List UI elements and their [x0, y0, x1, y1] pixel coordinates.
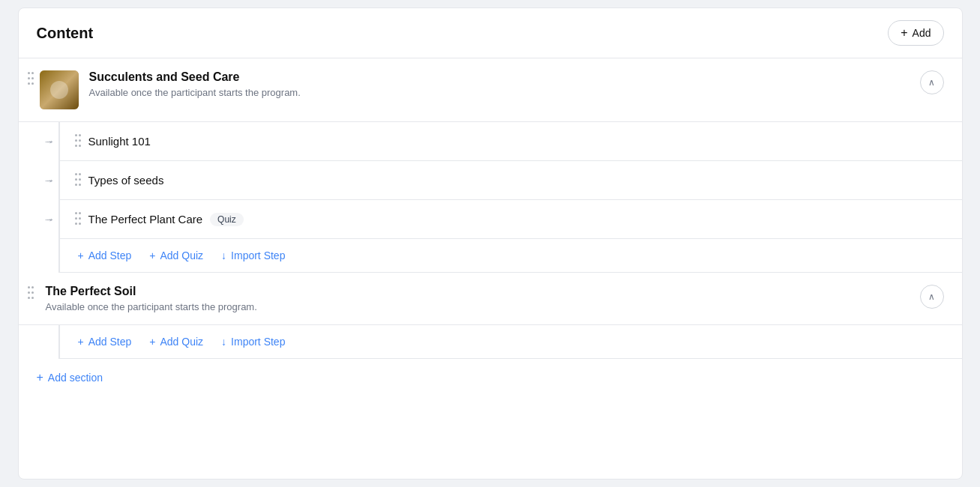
add-step-label-soil: Add Step: [88, 336, 132, 348]
steps-succulents: → Sunlight 101 →: [58, 122, 962, 273]
section-info-soil: The Perfect Soil Available once the part…: [46, 285, 920, 312]
drag-handle-succulents[interactable]: [28, 70, 34, 86]
drag-handle-step2[interactable]: [75, 173, 81, 187]
drag-handle-step1[interactable]: [75, 134, 81, 148]
page-title: Content: [37, 25, 94, 42]
import-step-button-soil[interactable]: ↓ Import Step: [221, 336, 285, 348]
section-row-soil: The Perfect Soil Available once the part…: [19, 273, 962, 325]
add-quiz-label: Add Quiz: [160, 249, 203, 261]
plus-icon: +: [37, 371, 43, 384]
add-button[interactable]: + Add: [888, 20, 943, 46]
plus-icon: +: [78, 336, 84, 348]
add-section-row: + Add section: [19, 359, 962, 396]
add-section-label: Add section: [48, 372, 103, 384]
quiz-badge: Quiz: [210, 213, 244, 226]
action-bar-succulents: + Add Step + Add Quiz ↓ Import Step: [60, 239, 962, 273]
section-meta-soil: Available once the participant starts th…: [46, 301, 920, 312]
add-quiz-button-soil[interactable]: + Add Quiz: [149, 336, 203, 348]
section-soil: The Perfect Soil Available once the part…: [19, 273, 962, 359]
arrow-icon-2: →: [45, 175, 55, 186]
arrow-icon-1: →: [45, 136, 55, 147]
plus-icon: +: [901, 26, 907, 40]
section-thumbnail-succulents: [40, 70, 79, 109]
drag-handle-soil[interactable]: [28, 285, 34, 300]
table-row: → Types of seeds: [60, 161, 962, 200]
section-name-soil: The Perfect Soil: [46, 285, 920, 298]
section-row-succulents: Succulents and Seed Care Available once …: [19, 58, 962, 122]
add-step-button-soil[interactable]: + Add Step: [78, 336, 132, 348]
add-label: Add: [913, 27, 931, 39]
section-info-succulents: Succulents and Seed Care Available once …: [89, 70, 920, 98]
step-name-plant-care: The Perfect Plant Care: [88, 213, 203, 226]
collapse-button-soil[interactable]: ∧: [920, 285, 944, 309]
steps-soil: + Add Step + Add Quiz ↓ Import Step: [58, 325, 962, 359]
plus-icon: +: [149, 249, 155, 261]
drag-handle-step3[interactable]: [75, 212, 81, 226]
chevron-up-icon: ∧: [928, 77, 935, 88]
import-step-button-succulents[interactable]: ↓ Import Step: [221, 249, 285, 261]
action-bar-soil: + Add Step + Add Quiz ↓ Import Step: [60, 325, 962, 359]
import-step-label: Import Step: [231, 249, 285, 261]
collapse-button-succulents[interactable]: ∧: [920, 70, 944, 94]
chevron-up-icon: ∧: [928, 291, 935, 302]
add-step-label: Add Step: [88, 249, 132, 261]
plus-icon: +: [149, 336, 155, 348]
add-step-button-succulents[interactable]: + Add Step: [78, 249, 132, 261]
import-icon: ↓: [221, 336, 226, 348]
section-succulents: Succulents and Seed Care Available once …: [19, 58, 962, 273]
arrow-icon-3: →: [45, 214, 55, 225]
table-row: → The Perfect Plant Care Quiz: [60, 200, 962, 239]
section-meta-succulents: Available once the participant starts th…: [89, 87, 920, 98]
add-quiz-label-soil: Add Quiz: [160, 336, 203, 348]
add-quiz-button-succulents[interactable]: + Add Quiz: [149, 249, 203, 261]
import-icon: ↓: [221, 249, 226, 261]
step-name-seeds: Types of seeds: [88, 174, 164, 187]
section-name-succulents: Succulents and Seed Care: [89, 70, 920, 84]
content-container: Content + Add Succulents and Seed Care A…: [18, 7, 963, 480]
plus-icon: +: [78, 249, 84, 261]
step-name-sunlight: Sunlight 101: [88, 135, 151, 148]
import-step-label-soil: Import Step: [231, 336, 285, 348]
add-section-button[interactable]: + Add section: [37, 371, 103, 384]
table-row: → Sunlight 101: [60, 122, 962, 161]
content-header: Content + Add: [19, 8, 962, 58]
